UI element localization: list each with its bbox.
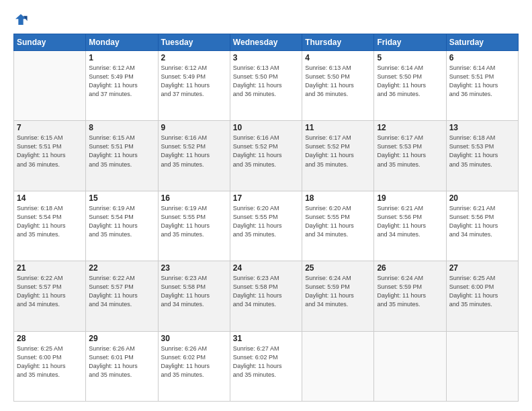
day-number: 11 [305,123,371,132]
day-number: 5 [377,53,443,62]
calendar-cell: 9Sunrise: 6:16 AMSunset: 5:52 PMDaylight… [158,121,230,191]
day-info: Sunrise: 6:13 AMSunset: 5:50 PMDaylight:… [305,64,371,99]
calendar-cell: 18Sunrise: 6:20 AMSunset: 5:55 PMDayligh… [302,191,374,261]
day-info: Sunrise: 6:26 AMSunset: 6:01 PMDaylight:… [89,345,154,379]
day-info: Sunrise: 6:25 AMSunset: 6:00 PMDaylight:… [17,345,83,379]
calendar-cell: 8Sunrise: 6:15 AMSunset: 5:51 PMDaylight… [86,121,158,191]
day-number: 12 [377,123,443,132]
calendar-cell: 29Sunrise: 6:26 AMSunset: 6:01 PMDayligh… [86,331,158,401]
day-info: Sunrise: 6:14 AMSunset: 5:50 PMDaylight:… [377,64,443,99]
day-number: 10 [233,123,299,132]
calendar-cell: 4Sunrise: 6:13 AMSunset: 5:50 PMDaylight… [302,51,374,121]
day-info: Sunrise: 6:24 AMSunset: 5:59 PMDaylight:… [305,274,371,309]
calendar-cell: 7Sunrise: 6:15 AMSunset: 5:51 PMDaylight… [14,121,86,191]
logo-icon [13,12,28,27]
calendar-cell: 20Sunrise: 6:21 AMSunset: 5:56 PMDayligh… [446,191,518,261]
day-number: 29 [89,334,154,343]
day-number: 4 [305,53,371,62]
day-number: 23 [161,263,227,273]
day-number: 21 [17,263,83,273]
weekday-header-row: SundayMondayTuesdayWednesdayThursdayFrid… [14,34,519,51]
weekday-thursday: Thursday [302,34,374,51]
page: SundayMondayTuesdayWednesdayThursdayFrid… [0,0,532,411]
calendar-cell: 1Sunrise: 6:12 AMSunset: 5:49 PMDaylight… [86,51,158,121]
day-info: Sunrise: 6:18 AMSunset: 5:53 PMDaylight:… [449,134,515,169]
logo [13,12,31,27]
day-info: Sunrise: 6:27 AMSunset: 6:02 PMDaylight:… [233,345,299,379]
weekday-friday: Friday [374,34,446,51]
day-info: Sunrise: 6:23 AMSunset: 5:58 PMDaylight:… [233,274,299,309]
calendar-cell: 21Sunrise: 6:22 AMSunset: 5:57 PMDayligh… [14,261,86,331]
week-row-4: 21Sunrise: 6:22 AMSunset: 5:57 PMDayligh… [14,261,519,331]
day-number: 18 [305,193,371,203]
calendar-cell: 27Sunrise: 6:25 AMSunset: 6:00 PMDayligh… [446,261,518,331]
day-info: Sunrise: 6:12 AMSunset: 5:49 PMDaylight:… [89,64,154,99]
day-number: 20 [449,193,515,203]
day-info: Sunrise: 6:25 AMSunset: 6:00 PMDaylight:… [449,274,515,309]
calendar-cell: 6Sunrise: 6:14 AMSunset: 5:51 PMDaylight… [446,51,518,121]
day-info: Sunrise: 6:21 AMSunset: 5:56 PMDaylight:… [449,204,515,239]
day-number: 26 [377,263,443,273]
calendar-cell: 17Sunrise: 6:20 AMSunset: 5:55 PMDayligh… [230,191,302,261]
calendar-cell: 31Sunrise: 6:27 AMSunset: 6:02 PMDayligh… [230,331,302,401]
day-info: Sunrise: 6:16 AMSunset: 5:52 PMDaylight:… [233,134,299,169]
day-info: Sunrise: 6:19 AMSunset: 5:54 PMDaylight:… [89,204,154,239]
day-number: 6 [449,53,515,62]
day-number: 24 [233,263,299,273]
day-info: Sunrise: 6:15 AMSunset: 5:51 PMDaylight:… [89,134,154,169]
week-row-3: 14Sunrise: 6:18 AMSunset: 5:54 PMDayligh… [14,191,519,261]
calendar-cell: 24Sunrise: 6:23 AMSunset: 5:58 PMDayligh… [230,261,302,331]
calendar-table: SundayMondayTuesdayWednesdayThursdayFrid… [13,34,519,402]
day-info: Sunrise: 6:17 AMSunset: 5:52 PMDaylight:… [305,134,371,169]
calendar-cell: 13Sunrise: 6:18 AMSunset: 5:53 PMDayligh… [446,121,518,191]
calendar-cell [14,51,86,121]
calendar-cell: 14Sunrise: 6:18 AMSunset: 5:54 PMDayligh… [14,191,86,261]
weekday-sunday: Sunday [14,34,86,51]
calendar-cell: 3Sunrise: 6:13 AMSunset: 5:50 PMDaylight… [230,51,302,121]
calendar-cell: 10Sunrise: 6:16 AMSunset: 5:52 PMDayligh… [230,121,302,191]
calendar-cell: 5Sunrise: 6:14 AMSunset: 5:50 PMDaylight… [374,51,446,121]
day-number: 16 [161,193,227,203]
day-number: 19 [377,193,443,203]
day-number: 7 [17,123,83,132]
calendar-cell [446,331,518,401]
weekday-monday: Monday [86,34,158,51]
calendar-cell: 22Sunrise: 6:22 AMSunset: 5:57 PMDayligh… [86,261,158,331]
calendar-cell: 19Sunrise: 6:21 AMSunset: 5:56 PMDayligh… [374,191,446,261]
day-info: Sunrise: 6:19 AMSunset: 5:55 PMDaylight:… [161,204,227,239]
day-info: Sunrise: 6:18 AMSunset: 5:54 PMDaylight:… [17,204,83,239]
weekday-wednesday: Wednesday [230,34,302,51]
day-number: 28 [17,334,83,343]
calendar-cell: 2Sunrise: 6:12 AMSunset: 5:49 PMDaylight… [158,51,230,121]
day-number: 8 [89,123,154,132]
day-number: 27 [449,263,515,273]
day-info: Sunrise: 6:14 AMSunset: 5:51 PMDaylight:… [449,64,515,99]
day-number: 31 [233,334,299,343]
day-number: 9 [161,123,227,132]
day-info: Sunrise: 6:20 AMSunset: 5:55 PMDaylight:… [233,204,299,239]
day-number: 17 [233,193,299,203]
svg-marker-0 [15,14,26,25]
calendar-cell: 15Sunrise: 6:19 AMSunset: 5:54 PMDayligh… [86,191,158,261]
day-number: 2 [161,53,227,62]
weekday-saturday: Saturday [446,34,518,51]
day-info: Sunrise: 6:24 AMSunset: 5:59 PMDaylight:… [377,274,443,309]
calendar-cell: 28Sunrise: 6:25 AMSunset: 6:00 PMDayligh… [14,331,86,401]
day-number: 3 [233,53,299,62]
calendar-cell: 11Sunrise: 6:17 AMSunset: 5:52 PMDayligh… [302,121,374,191]
day-number: 22 [89,263,154,273]
day-info: Sunrise: 6:23 AMSunset: 5:58 PMDaylight:… [161,274,227,309]
day-info: Sunrise: 6:22 AMSunset: 5:57 PMDaylight:… [89,274,154,309]
calendar-cell [302,331,374,401]
calendar-cell: 12Sunrise: 6:17 AMSunset: 5:53 PMDayligh… [374,121,446,191]
calendar-cell: 25Sunrise: 6:24 AMSunset: 5:59 PMDayligh… [302,261,374,331]
day-number: 14 [17,193,83,203]
week-row-5: 28Sunrise: 6:25 AMSunset: 6:00 PMDayligh… [14,331,519,401]
weekday-tuesday: Tuesday [158,34,230,51]
day-number: 30 [161,334,227,343]
day-info: Sunrise: 6:16 AMSunset: 5:52 PMDaylight:… [161,134,227,169]
calendar-cell [374,331,446,401]
day-info: Sunrise: 6:21 AMSunset: 5:56 PMDaylight:… [377,204,443,239]
week-row-2: 7Sunrise: 6:15 AMSunset: 5:51 PMDaylight… [14,121,519,191]
day-number: 1 [89,53,154,62]
